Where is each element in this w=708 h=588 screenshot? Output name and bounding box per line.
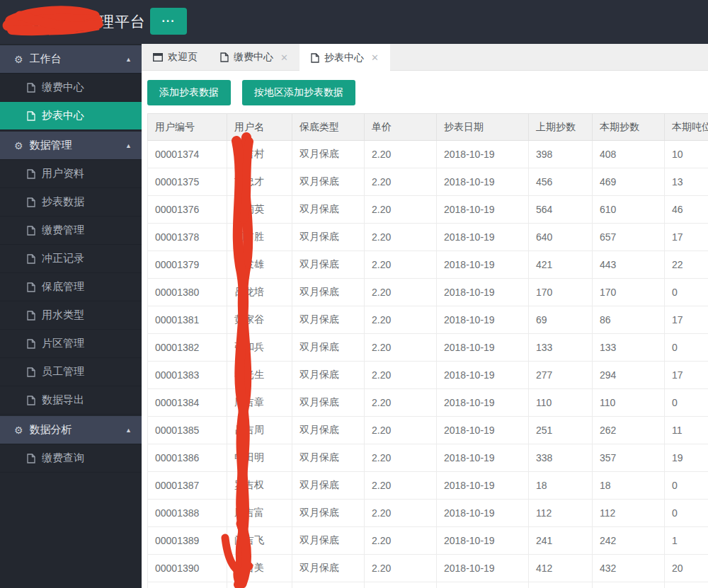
table-row[interactable]: 00001381黄家谷双月保底2.202018-10-19698617 xyxy=(148,306,708,334)
table-cell: 10 xyxy=(665,141,708,168)
table-cell: 00001379 xyxy=(148,251,227,279)
table-cell xyxy=(529,582,593,588)
sidebar-item-用户资料[interactable]: 用户资料 xyxy=(0,160,142,188)
table-cell: 2018-10-19 xyxy=(437,334,529,362)
table-cell: 吕龙培 xyxy=(227,279,292,306)
chevron-up-icon: ▲ xyxy=(125,56,132,63)
table-cell: 双月保底 xyxy=(292,555,365,582)
close-icon[interactable]: ✕ xyxy=(280,52,288,63)
table-row[interactable]: 00001384周吉章双月保底2.202018-10-191101100 xyxy=(148,389,708,417)
table-cell: 2018-10-19 xyxy=(437,196,529,224)
table-cell: 242 xyxy=(593,527,665,555)
chevron-up-icon: ▲ xyxy=(125,427,132,434)
table-cell: 周吉村 xyxy=(227,141,292,168)
sidebar-nav: ⚙工作台▲缴费中心抄表中心⚙数据管理▲用户资料抄表数据缴费管理冲正记录保底管理用… xyxy=(0,44,142,588)
table-row[interactable]: 00001378周吉胜双月保底2.202018-10-1964065717 xyxy=(148,224,708,251)
table-cell: 2.20 xyxy=(365,224,437,251)
table-cell: 2018-10-19 xyxy=(437,251,529,279)
sidebar-toggle-button[interactable]: ··· xyxy=(150,8,187,35)
table-row[interactable]: 00001375胡忠才双月保底2.202018-10-1945646913 xyxy=(148,168,708,196)
sidebar-item-员工管理[interactable]: 员工管理 xyxy=(0,358,142,386)
table-cell: 398 xyxy=(529,141,593,168)
table-cell: 2.20 xyxy=(365,306,437,334)
window-icon xyxy=(153,53,163,62)
table-row[interactable]: 00001390罗吉美双月保底2.202018-10-1941243220 xyxy=(148,555,708,582)
table-cell: 277 xyxy=(529,362,593,389)
tab-缴费中心[interactable]: 缴费中心✕ xyxy=(209,44,299,71)
table-cell xyxy=(292,582,365,588)
table-cell: 2018-10-19 xyxy=(437,362,529,389)
tab-label: 抄表中心 xyxy=(324,52,364,64)
tab-label: 欢迎页 xyxy=(168,51,198,64)
column-header-单价: 单价 xyxy=(365,114,437,141)
sidebar-item-label: 抄表中心 xyxy=(42,109,84,122)
column-header-本期抄数: 本期抄数 xyxy=(593,114,665,141)
table-cell: 2.20 xyxy=(365,251,437,279)
table-row[interactable]: 00001389闫吉飞双月保底2.202018-10-192412421 xyxy=(148,527,708,555)
sidebar-item-label: 数据导出 xyxy=(42,393,84,407)
sidebar-item-缴费中心[interactable]: 缴费中心 xyxy=(0,74,142,102)
sidebar-item-label: 保底管理 xyxy=(42,280,84,294)
table-row[interactable]: 00001380吕龙培双月保底2.202018-10-191701700 xyxy=(148,279,708,306)
sidebar-item-片区管理[interactable]: 片区管理 xyxy=(0,330,142,358)
sidebar-section-1[interactable]: ⚙数据管理▲ xyxy=(0,132,142,160)
table-row[interactable]: 00001386申田明双月保底2.202018-10-1933835719 xyxy=(148,444,708,472)
meter-reading-table-wrap: 用户编号用户名保底类型单价抄表日期上期抄数本期抄数本期吨位 00001374周吉… xyxy=(147,113,708,588)
table-cell: 周吉富 xyxy=(227,500,292,527)
add-meter-data-button[interactable]: 添加抄表数据 xyxy=(147,80,231,105)
table-row[interactable]: 00001383马光生双月保底2.202018-10-1927729417 xyxy=(148,362,708,389)
sidebar-item-缴费管理[interactable]: 缴费管理 xyxy=(0,217,142,245)
sidebar-item-冲正记录[interactable]: 冲正记录 xyxy=(0,245,142,273)
table-row[interactable]: 00001387罗吉权双月保底2.202018-10-1918180 xyxy=(148,472,708,500)
table-cell: 657 xyxy=(593,224,665,251)
table-cell: 86 xyxy=(593,306,665,334)
sidebar-item-抄表中心[interactable]: 抄表中心 xyxy=(0,102,142,130)
add-meter-data-by-region-button[interactable]: 按地区添加抄表数据 xyxy=(242,80,355,105)
table-cell: 00001383 xyxy=(148,362,227,389)
table-row[interactable]: 00001382张和兵双月保底2.202018-10-191331330 xyxy=(148,334,708,362)
table-cell: 0 xyxy=(665,279,708,306)
sidebar-item-label: 缴费管理 xyxy=(42,224,84,237)
sidebar-item-数据导出[interactable]: 数据导出 xyxy=(0,386,142,415)
table-cell: 133 xyxy=(529,334,593,362)
sidebar-item-label: 冲正记录 xyxy=(42,252,84,265)
sidebar-item-缴费查询[interactable]: 缴费查询 xyxy=(0,444,142,473)
table-cell: 2.20 xyxy=(365,472,437,500)
table-cell: 2.20 xyxy=(365,444,437,472)
sidebar-item-label: 用水类型 xyxy=(42,309,84,322)
close-icon[interactable]: ✕ xyxy=(371,52,379,63)
tab-抄表中心[interactable]: 抄表中心✕ xyxy=(299,44,390,71)
table-cell: 马光生 xyxy=(227,362,292,389)
table-cell: 闫吉飞 xyxy=(227,527,292,555)
table-cell: 双月保底 xyxy=(292,141,365,168)
table-header-row: 用户编号用户名保底类型单价抄表日期上期抄数本期抄数本期吨位 xyxy=(148,114,708,141)
table-cell: 双月保底 xyxy=(292,417,365,444)
meter-reading-table: 用户编号用户名保底类型单价抄表日期上期抄数本期抄数本期吨位 00001374周吉… xyxy=(147,113,708,588)
sidebar-section-label: 数据分析 xyxy=(30,423,126,437)
table-row[interactable]: 00001385吕吉周双月保底2.202018-10-1925126211 xyxy=(148,417,708,444)
table-cell: 69 xyxy=(529,306,593,334)
sidebar-item-用水类型[interactable]: 用水类型 xyxy=(0,301,142,330)
table-row[interactable]: 00001379肖发雄双月保底2.202018-10-1942144322 xyxy=(148,251,708,279)
table-cell xyxy=(227,582,292,588)
table-cell: 00001382 xyxy=(148,334,227,362)
table-cell: 2.20 xyxy=(365,362,437,389)
table-cell: 2.20 xyxy=(365,500,437,527)
sidebar-section-2[interactable]: ⚙数据分析▲ xyxy=(0,416,142,444)
gear-icon: ⚙ xyxy=(14,140,23,151)
table-row[interactable]: 00001376肖菊英双月保底2.202018-10-1956461046 xyxy=(148,196,708,224)
main-content: 添加抄表数据 按地区添加抄表数据 用户编号用户名保底类型单价抄表日期上期抄数本期… xyxy=(142,71,708,588)
sidebar-section-0[interactable]: ⚙工作台▲ xyxy=(0,45,142,74)
table-cell: 张和兵 xyxy=(227,334,292,362)
tab-欢迎页[interactable]: 欢迎页 xyxy=(142,44,209,71)
file-icon xyxy=(27,169,35,179)
table-row[interactable]: 00001388周吉富双月保底2.202018-10-191121120 xyxy=(148,500,708,527)
table-cell: 408 xyxy=(593,141,665,168)
sidebar-item-保底管理[interactable]: 保底管理 xyxy=(0,273,142,301)
table-cell: 2018-10-19 xyxy=(437,141,529,168)
table-row[interactable]: 00001374周吉村双月保底2.202018-10-1939840810 xyxy=(148,141,708,168)
table-cell: 00001389 xyxy=(148,527,227,555)
table-cell: 00001385 xyxy=(148,417,227,444)
sidebar-item-label: 片区管理 xyxy=(42,337,84,350)
sidebar-item-抄表数据[interactable]: 抄表数据 xyxy=(0,188,142,217)
